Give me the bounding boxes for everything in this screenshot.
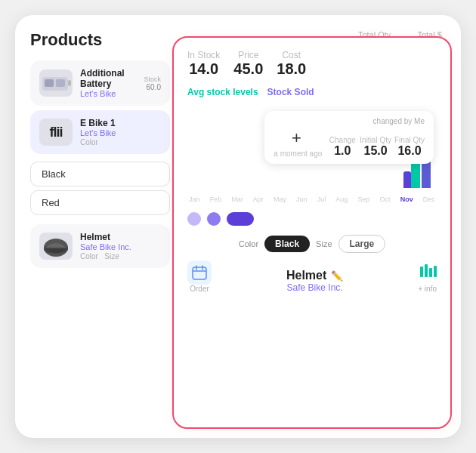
in-stock-value: 14.0 (187, 60, 220, 78)
cost-label: Cost (277, 50, 306, 60)
helmet-info: Helmet Safe Bike Inc. Color Size (80, 232, 161, 260)
final-qty-value: 16.0 (394, 144, 425, 158)
dot-light (187, 212, 201, 226)
time-label: a moment ago (274, 149, 322, 158)
order-section: Order (187, 260, 212, 293)
calendar-icon (191, 264, 208, 281)
battery-thumb (39, 69, 73, 97)
price-label: Price (233, 50, 263, 60)
cost-value: 18.0 (277, 60, 306, 78)
size-tag-label: Size (316, 239, 332, 248)
color-tag-label: Color (239, 239, 258, 248)
initial-qty-value: 15.0 (360, 144, 391, 158)
order-icon[interactable] (187, 260, 212, 285)
svg-rect-3 (56, 79, 65, 87)
product-item-helmet[interactable]: Helmet Safe Bike Inc. Color Size (30, 224, 170, 268)
svg-rect-6 (193, 267, 206, 279)
color-variants: Black Red (30, 162, 170, 215)
changed-by-label: changed by Me (274, 117, 425, 125)
order-label: Order (190, 285, 209, 293)
detail-product-name: Helmet ✏️ (286, 269, 343, 282)
info-section: + info (418, 262, 437, 293)
battery-stock: Stock 60.0 (144, 76, 161, 91)
detail-card: In Stock 14.0 Price 45.0 Cost 18.0 Avg s… (172, 36, 452, 429)
svg-rect-2 (45, 79, 54, 87)
svg-rect-11 (425, 264, 428, 277)
page-title: Products (30, 30, 102, 50)
changed-row: + a moment ago Change 1.0 Initial Qty 15… (274, 128, 425, 158)
color-tag-value[interactable]: Black (264, 236, 310, 252)
helmet-thumb (39, 233, 73, 260)
month-axis: Jan Feb Mar Apr May Jun Jul Aug Sep Oct … (187, 196, 437, 203)
final-qty-label: Final Qty (394, 136, 425, 144)
main-card: Products Total Qty 215 Total $ 16.3K (15, 15, 461, 438)
price-value: 45.0 (233, 60, 263, 78)
flii-logo: flii (50, 125, 63, 140)
product-item-ebike[interactable]: flii E Bike 1 Let's Bike Color (30, 110, 170, 154)
change-value: 1.0 (328, 144, 357, 158)
in-stock-stat: In Stock 14.0 (187, 50, 220, 78)
dot-medium (207, 212, 221, 226)
ebike-name: E Bike 1 (80, 118, 161, 128)
product-list: Additional Battery Let's Bike Stock 60.0… (30, 60, 170, 268)
plus-icon: + (292, 128, 301, 148)
ebike-info: E Bike 1 Let's Bike Color (80, 118, 161, 146)
dot-dark (227, 212, 254, 226)
ebike-thumb: flii (39, 119, 73, 146)
battery-info: Additional Battery Let's Bike (80, 68, 136, 98)
size-tag-value[interactable]: Large (338, 235, 386, 253)
chart-wrapper: changed by Me + a moment ago Change 1.0 … (187, 105, 437, 188)
svg-rect-10 (420, 267, 423, 277)
helmet-brand: Safe Bike Inc. (80, 242, 161, 251)
legend-avg: Avg stock levels (187, 87, 258, 97)
product-item-battery[interactable]: Additional Battery Let's Bike Stock 60.0 (30, 60, 170, 106)
info-label: + info (418, 285, 437, 293)
change-stat: Change 1.0 (328, 136, 357, 158)
svg-rect-13 (434, 266, 437, 277)
initial-qty-stat: Initial Qty 15.0 (360, 136, 391, 158)
bottom-section: Order Helmet ✏️ Safe Bike Inc. (187, 260, 437, 293)
bars-icon (419, 262, 437, 280)
cost-stat: Cost 18.0 (277, 50, 306, 78)
color-red[interactable]: Red (30, 190, 170, 215)
svg-rect-12 (429, 268, 432, 277)
info-icon[interactable] (419, 262, 437, 285)
svg-rect-1 (68, 80, 71, 86)
plus-section: + a moment ago (274, 128, 322, 158)
ebike-brand: Let's Bike (80, 128, 161, 137)
changed-popup: changed by Me + a moment ago Change 1.0 … (264, 111, 434, 164)
price-stat: Price 45.0 (233, 50, 263, 78)
edit-icon[interactable]: ✏️ (331, 270, 343, 282)
helmet-meta: Color Size (80, 252, 161, 260)
dot-row (187, 212, 437, 226)
battery-name: Additional Battery (80, 68, 136, 89)
tag-row: Color Black Size Large (187, 235, 437, 253)
ebike-color-label: Color (80, 138, 161, 146)
change-label: Change (328, 136, 357, 144)
detail-product-brand: Safe Bike Inc. (286, 282, 343, 293)
product-name-section: Helmet ✏️ Safe Bike Inc. (286, 269, 343, 293)
legend-row: Avg stock levels Stock Sold (187, 87, 437, 97)
legend-sold: Stock Sold (267, 87, 314, 97)
timeline-bar (403, 171, 411, 188)
color-black[interactable]: Black (30, 162, 170, 186)
battery-brand: Let's Bike (80, 89, 136, 98)
initial-qty-label: Initial Qty (360, 136, 391, 144)
final-qty-stat: Final Qty 16.0 (394, 136, 425, 158)
detail-stats-row: In Stock 14.0 Price 45.0 Cost 18.0 (187, 50, 437, 78)
in-stock-label: In Stock (187, 50, 220, 60)
helmet-name: Helmet (80, 232, 161, 242)
